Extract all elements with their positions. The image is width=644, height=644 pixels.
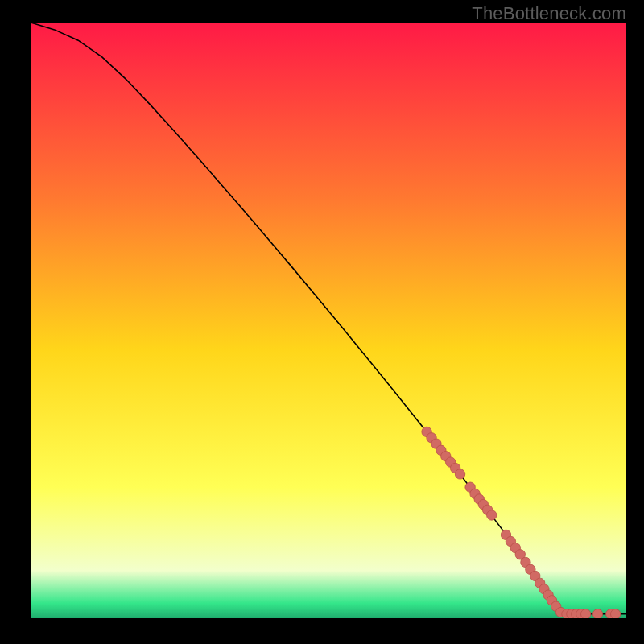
data-point [487,510,497,520]
watermark-text: TheBottleneck.com [472,3,626,24]
data-point [455,469,464,479]
chart-svg [31,23,626,618]
data-point [580,609,590,618]
data-point [610,609,620,618]
chart-plot-area [31,23,626,618]
data-point [592,609,602,618]
gradient-background [31,23,626,618]
